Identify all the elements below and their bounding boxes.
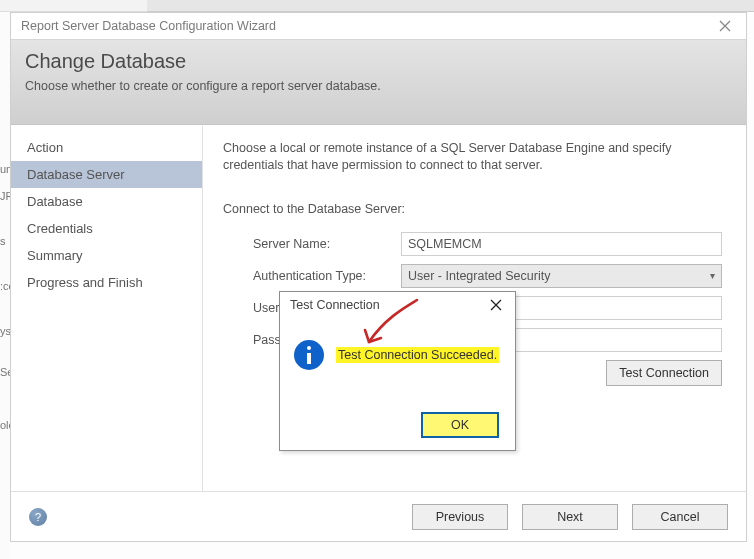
dialog-title: Test Connection <box>290 298 481 312</box>
wizard-titlebar: Report Server Database Configuration Wiz… <box>11 13 746 39</box>
wizard-footer: ? Previous Next Cancel <box>11 491 746 541</box>
page-subtitle: Choose whether to create or configure a … <box>25 79 732 93</box>
sidebar-item-action[interactable]: Action <box>11 134 202 161</box>
page-title: Change Database <box>25 50 732 73</box>
chevron-down-icon: ▾ <box>710 270 715 281</box>
previous-button[interactable]: Previous <box>412 504 508 530</box>
dialog-titlebar: Test Connection <box>280 292 515 318</box>
subheading: Connect to the Database Server: <box>223 202 722 216</box>
info-icon <box>294 340 324 370</box>
wizard-header: Change Database Choose whether to create… <box>11 39 746 125</box>
wizard-sidebar: Action Database Server Database Credenti… <box>11 126 203 491</box>
next-button[interactable]: Next <box>522 504 618 530</box>
sidebar-item-progress[interactable]: Progress and Finish <box>11 269 202 296</box>
auth-type-label: Authentication Type: <box>223 269 401 283</box>
server-name-label: Server Name: <box>223 237 401 251</box>
auth-type-select[interactable]: User - Integrated Security ▾ <box>401 264 722 288</box>
sidebar-item-database[interactable]: Database <box>11 188 202 215</box>
background-cutoff-text: unt JRI s :co ys Se olo <box>0 148 10 559</box>
sidebar-item-summary[interactable]: Summary <box>11 242 202 269</box>
close-icon[interactable] <box>710 16 740 36</box>
instruction-text: Choose a local or remote instance of a S… <box>223 140 722 174</box>
test-connection-button[interactable]: Test Connection <box>606 360 722 386</box>
server-name-input[interactable] <box>401 232 722 256</box>
close-icon[interactable] <box>481 295 511 315</box>
dialog-message: Test Connection Succeeded. <box>336 347 499 363</box>
sidebar-item-database-server[interactable]: Database Server <box>11 161 202 188</box>
ok-button[interactable]: OK <box>421 412 499 438</box>
help-icon[interactable]: ? <box>29 508 47 526</box>
wizard-title: Report Server Database Configuration Wiz… <box>21 19 710 33</box>
wizard-window: Report Server Database Configuration Wiz… <box>10 12 747 542</box>
auth-type-value: User - Integrated Security <box>408 269 550 283</box>
test-connection-dialog: Test Connection Test Connection Succeede… <box>279 291 516 451</box>
sidebar-item-credentials[interactable]: Credentials <box>11 215 202 242</box>
cancel-button[interactable]: Cancel <box>632 504 728 530</box>
